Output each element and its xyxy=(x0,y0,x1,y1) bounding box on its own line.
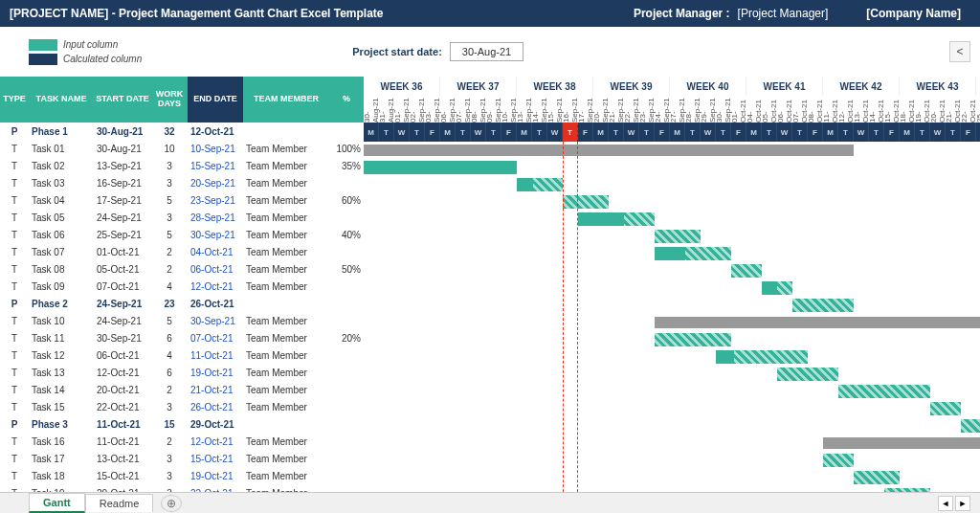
task-bar[interactable] xyxy=(517,178,563,191)
cell-name[interactable]: Task 08 xyxy=(29,264,94,275)
scroll-prev-button[interactable]: < xyxy=(949,41,970,62)
cell-member[interactable]: Team Member xyxy=(243,212,329,223)
cell-member[interactable]: Team Member xyxy=(243,161,329,171)
cell-name[interactable]: Task 07 xyxy=(29,247,94,257)
col-start[interactable]: START DATE xyxy=(94,77,151,123)
table-row[interactable]: TTask 1611-Oct-21212-Oct-21Team Member xyxy=(0,433,364,450)
col-name[interactable]: TASK NAME xyxy=(29,77,94,123)
cell-start[interactable]: 13-Oct-21 xyxy=(94,454,151,464)
cell-days[interactable]: 6 xyxy=(151,333,188,344)
cell-end[interactable]: 12-Oct-21 xyxy=(188,281,243,292)
cell-days[interactable]: 15 xyxy=(151,419,188,430)
cell-type[interactable]: T xyxy=(0,385,29,395)
cell-start[interactable]: 15-Oct-21 xyxy=(94,471,151,481)
cell-start[interactable]: 11-Oct-21 xyxy=(94,436,151,447)
cell-start[interactable]: 30-Aug-21 xyxy=(94,144,151,154)
cell-name[interactable]: Task 11 xyxy=(29,333,94,344)
table-row[interactable]: TTask 0907-Oct-21412-Oct-21Team Member xyxy=(0,278,364,295)
table-row[interactable]: TTask 1522-Oct-21326-Oct-21Team Member xyxy=(0,398,364,415)
cell-member[interactable]: Team Member xyxy=(243,144,329,154)
cell-start[interactable]: 17-Sep-21 xyxy=(94,195,151,206)
cell-name[interactable]: Phase 3 xyxy=(29,419,94,430)
cell-start[interactable]: 22-Oct-21 xyxy=(94,402,151,413)
cell-pct[interactable]: 40% xyxy=(329,230,364,240)
table-row[interactable]: TTask 0417-Sep-21523-Sep-21Team Member60… xyxy=(0,191,364,209)
cell-type[interactable]: T xyxy=(0,350,29,361)
task-bar[interactable] xyxy=(655,230,701,243)
cell-end[interactable]: 26-Oct-21 xyxy=(188,402,243,413)
cell-start[interactable]: 24-Sep-21 xyxy=(94,212,151,223)
cell-days[interactable]: 4 xyxy=(151,350,188,361)
cell-end[interactable]: 23-Sep-21 xyxy=(188,195,243,206)
cell-name[interactable]: Phase 2 xyxy=(29,299,94,309)
task-bar[interactable] xyxy=(823,454,854,467)
cell-start[interactable]: 12-Oct-21 xyxy=(94,368,151,378)
cell-start[interactable]: 24-Sep-21 xyxy=(94,316,151,326)
table-row[interactable]: PPhase 130-Aug-213212-Oct-21 xyxy=(0,123,364,140)
col-member[interactable]: TEAM MEMBER xyxy=(243,77,329,123)
task-bar[interactable] xyxy=(731,264,762,278)
task-bar[interactable] xyxy=(716,350,808,364)
cell-start[interactable]: 13-Sep-21 xyxy=(94,161,151,171)
cell-days[interactable]: 3 xyxy=(151,454,188,464)
cell-member[interactable]: Team Member xyxy=(243,471,329,481)
hscroll-left[interactable]: ◄ xyxy=(938,496,953,511)
task-bar[interactable] xyxy=(655,247,731,260)
cell-end[interactable]: 20-Sep-21 xyxy=(188,178,243,189)
col-end[interactable]: END DATE xyxy=(188,77,243,123)
cell-name[interactable]: Task 13 xyxy=(29,368,94,378)
cell-member[interactable]: Team Member xyxy=(243,316,329,326)
table-row[interactable]: PPhase 224-Sep-212326-Oct-21 xyxy=(0,295,364,312)
cell-start[interactable]: 16-Sep-21 xyxy=(94,178,151,189)
cell-days[interactable]: 5 xyxy=(151,316,188,326)
task-bar[interactable] xyxy=(655,333,731,346)
cell-type[interactable]: T xyxy=(0,195,29,206)
cell-type[interactable]: T xyxy=(0,230,29,240)
cell-name[interactable]: Task 03 xyxy=(29,178,94,189)
cell-member[interactable]: Team Member xyxy=(243,368,329,378)
cell-start[interactable]: 30-Aug-21 xyxy=(94,126,151,137)
cell-end[interactable]: 06-Oct-21 xyxy=(188,264,243,275)
cell-name[interactable]: Task 01 xyxy=(29,144,94,154)
cell-pct[interactable]: 60% xyxy=(329,195,364,206)
cell-member[interactable]: Team Member xyxy=(243,385,329,395)
cell-type[interactable]: P xyxy=(0,419,29,430)
table-row[interactable]: TTask 0805-Oct-21206-Oct-21Team Member50… xyxy=(0,260,364,278)
task-bar[interactable] xyxy=(854,471,900,484)
hscroll-right[interactable]: ► xyxy=(955,496,970,511)
cell-type[interactable]: T xyxy=(0,454,29,464)
phase-bar[interactable] xyxy=(823,437,980,449)
cell-member[interactable]: Team Member xyxy=(243,230,329,240)
cell-name[interactable]: Phase 1 xyxy=(29,126,94,137)
cell-member[interactable]: Team Member xyxy=(243,195,329,206)
tab-gantt[interactable]: Gantt xyxy=(29,493,85,513)
task-bar[interactable] xyxy=(563,195,609,209)
cell-name[interactable]: Task 16 xyxy=(29,436,94,447)
cell-type[interactable]: T xyxy=(0,368,29,378)
task-bar[interactable] xyxy=(364,161,517,174)
cell-member[interactable]: Team Member xyxy=(243,264,329,275)
cell-days[interactable]: 5 xyxy=(151,230,188,240)
cell-member[interactable]: Team Member xyxy=(243,333,329,344)
col-days[interactable]: WORK DAYS xyxy=(151,77,188,123)
cell-pct[interactable]: 20% xyxy=(329,333,364,344)
cell-end[interactable]: 15-Oct-21 xyxy=(188,454,243,464)
cell-member[interactable]: Team Member xyxy=(243,247,329,257)
cell-name[interactable]: Task 14 xyxy=(29,385,94,395)
cell-type[interactable]: T xyxy=(0,471,29,481)
cell-type[interactable]: T xyxy=(0,333,29,344)
task-bar[interactable] xyxy=(961,419,980,433)
cell-end[interactable]: 12-Oct-21 xyxy=(188,436,243,447)
cell-member[interactable]: Team Member xyxy=(243,178,329,189)
cell-days[interactable]: 3 xyxy=(151,471,188,481)
cell-type[interactable]: T xyxy=(0,144,29,154)
cell-days[interactable]: 2 xyxy=(151,385,188,395)
cell-member[interactable]: Team Member xyxy=(243,281,329,292)
cell-name[interactable]: Task 05 xyxy=(29,212,94,223)
cell-type[interactable]: T xyxy=(0,178,29,189)
cell-member[interactable]: Team Member xyxy=(243,454,329,464)
cell-end[interactable]: 21-Oct-21 xyxy=(188,385,243,395)
table-row[interactable]: PPhase 311-Oct-211529-Oct-21 xyxy=(0,415,364,433)
cell-name[interactable]: Task 09 xyxy=(29,281,94,292)
phase-bar[interactable] xyxy=(655,317,980,328)
